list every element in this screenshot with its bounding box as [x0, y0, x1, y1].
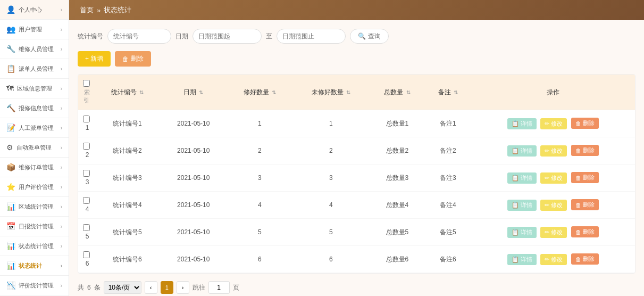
filter-row: 统计编号 日期 至 🔍 查询 [78, 29, 635, 44]
sidebar-item-label: 维修人员管理 [19, 45, 54, 53]
cell-date: 2021-05-10 [160, 110, 227, 137]
row-index: 6 [86, 260, 89, 267]
cell-actions: 📋 详情 ✏ 修改 🗑 删除 [471, 192, 635, 219]
batch-delete-button[interactable]: 🗑 删除 [115, 51, 151, 67]
table-row: 6 统计编号6 2021-05-10 6 6 总数量6 备注6 📋 详情 ✏ 修… [78, 246, 635, 273]
row-delete-button[interactable]: 🗑 删除 [571, 118, 599, 129]
edit-button[interactable]: ✏ 修改 [540, 145, 567, 157]
chevron-icon: › [61, 283, 62, 289]
detail-button[interactable]: 📋 详情 [507, 172, 537, 184]
sidebar-item-daily-stat[interactable]: 📅 日报统计管理 › [0, 217, 69, 236]
chevron-icon: › [61, 105, 62, 111]
sidebar-item-sourcing-staff[interactable]: 📋 派单人员管理 › [0, 59, 69, 79]
sidebar-item-label: 个人中心 [19, 6, 42, 14]
sidebar-item-state-stat[interactable]: 📊 状态统计管理 › [0, 236, 69, 256]
sidebar-item-user-rating[interactable]: ⭐ 用户评价管理 › [0, 177, 69, 197]
row-index: 4 [86, 205, 89, 213]
data-table: 索引 统计编号 ⇅ 日期 ⇅ 修好数量 ⇅ 未修好数量 ⇅ 总数量 ⇅ 备注 ⇅… [78, 74, 635, 274]
edit-button[interactable]: ✏ 修改 [540, 172, 567, 184]
row-delete-icon: 🗑 [575, 147, 581, 154]
page-1-button[interactable]: 1 [161, 281, 173, 294]
cell-liked: 1 [227, 110, 292, 137]
row-index: 3 [86, 178, 89, 186]
row-index: 5 [86, 233, 89, 240]
detail-icon: 📋 [512, 256, 519, 263]
sidebar-item-region-info[interactable]: 🗺 区域信息管理 › [0, 79, 69, 98]
row-checkbox[interactable] [83, 197, 90, 204]
sidebar-item-manual-order[interactable]: 📝 人工派单管理 › [0, 118, 69, 138]
select-all-checkbox[interactable] [83, 80, 90, 87]
cell-actions: 📋 详情 ✏ 修改 🗑 删除 [471, 246, 635, 273]
detail-button[interactable]: 📋 详情 [507, 227, 537, 238]
edit-icon: ✏ [545, 120, 549, 127]
sidebar-item-region-stat[interactable]: 📊 区域统计管理 › [0, 197, 69, 217]
row-checkbox[interactable] [83, 251, 90, 258]
col-liked: 修好数量 ⇅ [227, 75, 292, 110]
edit-icon: ✏ [545, 229, 549, 236]
detail-button[interactable]: 📋 详情 [507, 118, 537, 129]
auto-icon: ⚙ [6, 143, 13, 152]
sidebar-item-user-management[interactable]: 👥 用户管理 › [0, 20, 69, 39]
page-size-select[interactable]: 10条/页 20条/页 50条/页 [104, 281, 141, 294]
main-content: 首页 » 状态统计 统计编号 日期 至 🔍 查询 + 新增 🗑 删除 [69, 0, 644, 296]
search-button[interactable]: 🔍 查询 [350, 29, 389, 44]
detail-icon: 📋 [512, 120, 519, 127]
sort-icon-remark: ⇅ [454, 89, 458, 95]
row-delete-button[interactable]: 🗑 删除 [571, 172, 599, 183]
prev-page-button[interactable]: ‹ [145, 281, 157, 294]
col-actions: 操作 [471, 75, 635, 110]
next-page-button[interactable]: › [177, 281, 189, 294]
search-label: 查询 [368, 32, 381, 41]
sidebar-item-label: 用户评价管理 [19, 183, 54, 191]
detail-icon: 📋 [512, 202, 519, 209]
sidebar-item-maintenance-staff[interactable]: 🔧 维修人员管理 › [0, 39, 69, 59]
header-checkbox-cell: 索引 [78, 75, 94, 110]
breadcrumb-home[interactable]: 首页 [80, 5, 94, 15]
detail-button[interactable]: 📋 详情 [507, 200, 537, 211]
cell-liked: 3 [227, 165, 292, 192]
cell-stat-no: 统计编号6 [94, 246, 160, 273]
edit-button[interactable]: ✏ 修改 [540, 200, 567, 211]
row-checkbox[interactable] [83, 170, 90, 177]
sidebar-item-repair-order[interactable]: 📦 维修订单管理 › [0, 158, 69, 177]
sidebar-item-label: 自动派单管理 [16, 144, 52, 152]
row-delete-button[interactable]: 🗑 删除 [571, 199, 599, 210]
date-end-input[interactable] [277, 29, 346, 44]
detail-button[interactable]: 📋 详情 [507, 254, 537, 265]
row-checkbox[interactable] [83, 143, 90, 150]
detail-label: 详情 [521, 174, 532, 182]
cell-total: 总数量3 [369, 165, 425, 192]
row-delete-label: 删除 [583, 174, 595, 182]
edit-button[interactable]: ✏ 修改 [540, 118, 567, 129]
add-button[interactable]: + 新增 [78, 51, 111, 67]
row-checkbox[interactable] [83, 224, 90, 231]
chevron-icon: › [61, 86, 62, 92]
total-prefix: 共 [78, 283, 84, 292]
date-start-input[interactable] [193, 29, 262, 44]
page-jump-input[interactable] [208, 281, 230, 294]
cell-remark: 备注1 [425, 110, 471, 137]
order-icon: 📦 [6, 163, 15, 171]
row-delete-button[interactable]: 🗑 删除 [571, 253, 599, 265]
row-delete-button[interactable]: 🗑 删除 [571, 145, 599, 156]
content-area: 统计编号 日期 至 🔍 查询 + 新增 🗑 删除 [69, 20, 644, 296]
sidebar-item-state-stat-current[interactable]: 📊 状态统计 › [0, 256, 69, 276]
detail-button[interactable]: 📋 详情 [507, 145, 537, 157]
col-total: 总数量 ⇅ [369, 75, 425, 110]
chevron-icon: › [61, 46, 62, 52]
edit-button[interactable]: ✏ 修改 [540, 254, 567, 265]
table-row: 3 统计编号3 2021-05-10 3 3 总数量3 备注3 📋 详情 ✏ 修… [78, 165, 635, 192]
edit-label: 修改 [551, 201, 563, 209]
stat-no-input[interactable] [107, 29, 171, 44]
row-checkbox[interactable] [83, 116, 90, 122]
dispatch-icon: 📋 [6, 64, 15, 73]
sidebar-item-auto-order[interactable]: ⚙ 自动派单管理 › [0, 138, 69, 158]
person-icon: 👤 [6, 5, 15, 14]
sidebar-item-repair-info[interactable]: 🔨 报修信息管理 › [0, 98, 69, 118]
edit-button[interactable]: ✏ 修改 [540, 227, 567, 238]
sidebar-item-personal-center[interactable]: 👤 个人中心 › [0, 0, 69, 20]
row-delete-button[interactable]: 🗑 删除 [571, 226, 599, 237]
detail-icon: 📋 [512, 147, 519, 154]
sidebar-item-label: 派单人员管理 [19, 65, 54, 73]
sidebar-item-rating-analysis[interactable]: 📉 评价统计管理 › [0, 276, 69, 295]
